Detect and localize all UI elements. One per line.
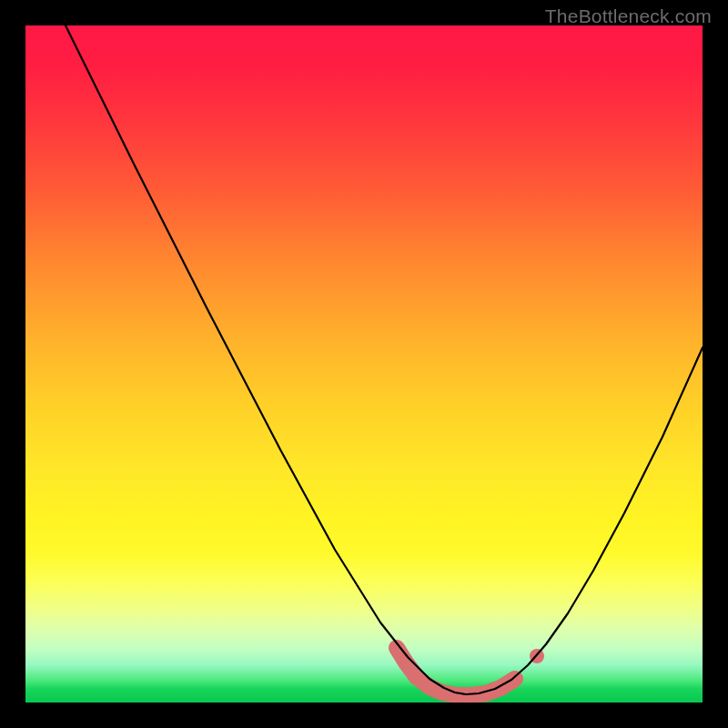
plot-area [25,25,703,703]
bottleneck-curve [66,25,703,694]
attribution-label: TheBottleneck.com [545,5,712,27]
chart-stage: TheBottleneck.com [0,0,728,728]
curve-layer [25,25,703,703]
